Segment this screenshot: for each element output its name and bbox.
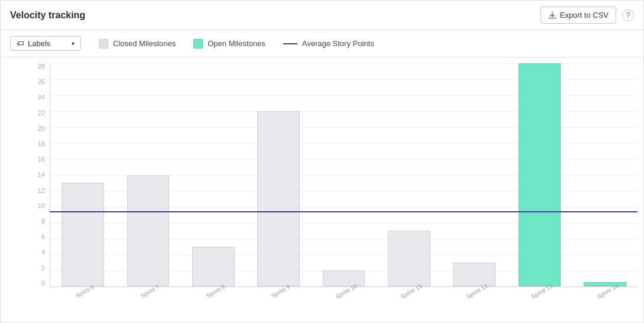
x-axis: Sprint 6Sprint 7Sprint 8Sprint 9Sprint 1… [50, 287, 637, 299]
chart-inner: 2826242220181614121086420Sprint 6Sprint … [27, 63, 637, 299]
y-label: 0 [41, 280, 45, 287]
export-label: Export to CSV [560, 11, 609, 20]
y-label: 6 [41, 234, 45, 240]
y-label: 4 [41, 249, 45, 256]
bar-group [50, 63, 115, 286]
y-label: 12 [38, 188, 45, 194]
average-line-swatch [283, 43, 297, 44]
bar-sprint13 [519, 63, 561, 286]
y-label: 14 [38, 172, 45, 178]
y-label: 8 [41, 218, 45, 225]
export-icon [548, 11, 556, 20]
y-label: 26 [38, 79, 45, 85]
bar-sprint9 [257, 111, 300, 286]
bar-sprint6 [62, 183, 104, 286]
bar-group [311, 63, 376, 286]
closed-milestones-swatch [99, 39, 108, 49]
average-story-points-label: Average Story Points [302, 39, 374, 48]
bar-sprint7 [127, 175, 170, 287]
header: Velocity tracking Export to CSV ? [1, 1, 643, 30]
page-title: Velocity tracking [10, 10, 85, 21]
legend-open-milestones: Open Milestones [193, 39, 266, 49]
chart-area: 2826242220181614121086420Sprint 6Sprint … [1, 57, 643, 322]
open-milestones-label: Open Milestones [208, 39, 266, 48]
bar-group [442, 63, 507, 286]
legend-bar: 🏷 Labels ▾ Closed Milestones Open Milest… [1, 30, 643, 57]
y-label: 10 [38, 203, 45, 209]
header-actions: Export to CSV ? [541, 7, 634, 24]
bar-group [115, 63, 180, 286]
y-label: 20 [38, 125, 45, 132]
legend-closed-milestones: Closed Milestones [99, 39, 176, 49]
bars-container [50, 63, 637, 287]
y-label: 2 [41, 265, 45, 272]
chevron-down-icon: ▾ [72, 40, 75, 47]
closed-milestones-label: Closed Milestones [113, 39, 176, 48]
y-label: 22 [38, 110, 45, 117]
main-container: Velocity tracking Export to CSV ? 🏷 Labe… [0, 0, 644, 323]
open-milestones-swatch [193, 39, 203, 49]
export-button[interactable]: Export to CSV [541, 7, 616, 24]
y-axis: 2826242220181614121086420 [27, 63, 48, 287]
bar-group [572, 63, 637, 286]
bar-group [377, 63, 442, 286]
help-icon-text: ? [626, 11, 630, 20]
help-button[interactable]: ? [622, 9, 634, 21]
legend-average-story-points: Average Story Points [283, 39, 374, 48]
y-label: 24 [38, 94, 45, 101]
y-label: 18 [38, 141, 45, 147]
y-label: 16 [38, 156, 45, 163]
tag-icon: 🏷 [17, 39, 24, 48]
bar-group [507, 63, 572, 286]
labels-dropdown[interactable]: 🏷 Labels ▾ [10, 36, 81, 51]
y-label: 28 [38, 63, 45, 70]
labels-dropdown-text: Labels [28, 39, 50, 48]
bar-group [246, 63, 311, 286]
bar-group [181, 63, 246, 286]
